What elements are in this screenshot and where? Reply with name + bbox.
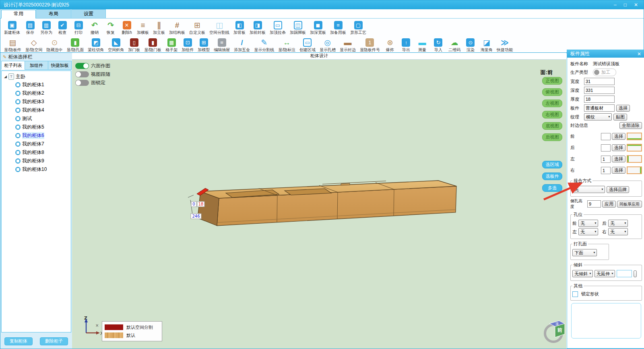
design-viewport[interactable]: 柜体设计 六面作图 视图跟随 面锁定 面:前 正视图 俯视图 左视图 右 (72, 53, 566, 349)
tab-layout[interactable]: 布局 (36, 9, 71, 18)
toolbar-item-add-door[interactable]: ▯加门板 (126, 37, 142, 53)
apply-button[interactable]: 应用 (602, 201, 616, 208)
toolbar-item-import[interactable]: ↻导入 (430, 37, 446, 53)
toolbar-item-add-component[interactable]: ⊡加组件 (180, 37, 196, 53)
apply-thickness-button[interactable]: 同板厚应用 (617, 201, 642, 208)
edge-front-input[interactable] (601, 133, 611, 140)
tilt-value-input[interactable] (617, 270, 632, 277)
toolbar-item-beam-cut[interactable]: ◩梁柱切角 (86, 37, 106, 53)
tree-item[interactable]: 我的柜体5 (2, 123, 71, 131)
tree-root[interactable]: ◢ T 主卧 (2, 73, 71, 81)
toolbar-item-redo[interactable]: ↷恢复 (103, 19, 119, 35)
toolbar-item-add-top-rail[interactable]: ▭加顶拉条 (268, 19, 288, 35)
edge-front-swatch[interactable] (627, 133, 642, 140)
toolbar-item-toggle-board[interactable]: ▤显/隐板件 (2, 37, 23, 53)
toolbar-item-add-structure-board[interactable]: #加结构板 (167, 19, 187, 35)
toolbar-item-add-front-board[interactable]: ◨加前封板 (248, 19, 268, 35)
top-view-button[interactable]: 俯视图 (542, 88, 562, 96)
width-input[interactable] (584, 78, 615, 85)
edge-left-swatch[interactable] (627, 155, 642, 163)
prod-type-toggle[interactable]: 加工 (593, 69, 616, 76)
tilt-extend-select[interactable]: 无延伸 (594, 270, 615, 277)
tree-item[interactable]: 我的柜体9 (2, 157, 71, 165)
toolbar-item-save[interactable]: ▤保存 (22, 19, 38, 35)
toolbar-item-check[interactable]: ✔检查 (54, 19, 70, 35)
toolbar-item-export[interactable]: ↑导出 (398, 37, 414, 53)
toolbar-item-add-kick-board[interactable]: ◫加踢脚板 (288, 19, 308, 35)
toolbar-item-new-cabinet[interactable]: ▣新建柜体 (2, 19, 22, 35)
cabinet-3d-model[interactable]: 0 18 246 (185, 172, 479, 244)
select-brand-button[interactable]: 选择品牌 (607, 186, 629, 193)
toolbar-item-hide-selected[interactable]: ⊙隐藏选中 (45, 37, 65, 53)
tree-item[interactable]: 我的柜体10 (2, 165, 71, 174)
edge-back-swatch[interactable] (627, 144, 642, 152)
maximize-button[interactable]: □ (624, 2, 627, 8)
delete-cabinet-button[interactable]: 删除柜子 (40, 337, 68, 345)
thickness-input[interactable] (584, 96, 615, 103)
toolbar-item-add-model[interactable]: ⊞加模型 (196, 37, 212, 53)
tab-common[interactable]: 常用 (1, 10, 36, 19)
side-hole-input[interactable] (587, 200, 601, 208)
toolbar-item-toggle-dimension[interactable]: ↔显/隐标注 (276, 37, 297, 53)
texture-map-button[interactable]: 贴图 (613, 114, 627, 120)
edge-back-input[interactable] (601, 144, 611, 152)
tab-quick-board[interactable]: 快捷加板 (48, 61, 72, 70)
back-view-button[interactable]: 后视图 (542, 133, 562, 141)
toolbar-item-show-edgeband[interactable]: ▬显示封边 (338, 37, 358, 53)
board-material-input[interactable] (584, 104, 615, 112)
hole-back-select[interactable]: 无 (608, 220, 628, 227)
toolbar-item-render[interactable]: ⊙渲染 (462, 37, 479, 53)
tree-item[interactable]: 我的柜体1 (2, 81, 71, 89)
toolbar-item-corner[interactable]: ◪海棠角 (479, 37, 495, 53)
toolbar-item-add-horizontal-board[interactable]: ≡加横板 (135, 19, 151, 35)
tab-add-component[interactable]: 加组件 (25, 61, 48, 70)
close-button[interactable]: ✕ (634, 2, 638, 8)
tree-item[interactable]: 我的柜体7 (2, 140, 71, 148)
edge-right-select-button[interactable]: 选择 (612, 167, 625, 174)
lock-shape-checkbox[interactable] (572, 291, 578, 297)
toggle-switch-off-icon[interactable] (75, 71, 89, 77)
right-view-button[interactable]: 右视图 (542, 111, 562, 118)
bottom-view-button[interactable]: 底视图 (542, 122, 562, 130)
tree-item[interactable]: 我的柜体2 (2, 89, 71, 98)
toolbar-item-explode[interactable]: ⊗爆炸 (382, 37, 398, 53)
multi-select-button[interactable]: 多选 (542, 184, 562, 192)
depth-input[interactable] (584, 87, 615, 94)
grain-select[interactable]: 横纹 (584, 113, 612, 120)
toolbar-item-custom-board[interactable]: ⊞自定义板 (187, 19, 207, 35)
tilt-type-select[interactable]: 无倾斜 (572, 270, 593, 277)
board-select-button[interactable]: 选择 (616, 105, 630, 112)
toolbar-item-toggle-door[interactable]: ▮显/隐门板 (142, 37, 163, 53)
edge-front-select-button[interactable]: 选择 (612, 133, 625, 140)
toolbar-item-toggle-space[interactable]: ◇显/隐空间 (23, 37, 45, 53)
toggle-switch-on-icon[interactable] (75, 63, 89, 69)
left-view-button[interactable]: 左视图 (542, 100, 562, 107)
orientation-cube[interactable]: 顶 前 (544, 318, 567, 344)
tree-item[interactable]: 我的柜体3 (2, 98, 71, 106)
toolbar-item-delete[interactable]: ✕删除h (119, 19, 135, 35)
toolbar-item-board-number[interactable]: 1显隐板件号 (358, 37, 382, 53)
toggle-switch-off-icon[interactable] (75, 80, 89, 86)
toggle-view-follow[interactable]: 视图跟随 (75, 70, 110, 79)
toolbar-item-create-region[interactable]: ▭创建区域 (297, 37, 318, 53)
toolbar-item-quick-function[interactable]: ≫快捷功能 (495, 37, 515, 53)
toolbar-item-add-hardware[interactable]: /添加五金 (232, 37, 252, 53)
edge-back-select-button[interactable]: 选择 (612, 144, 625, 151)
toolbar-item-grid-rack[interactable]: ▦格子架 (163, 37, 180, 53)
toolbar-item-add-vertical-board[interactable]: ∥加立板 (151, 19, 167, 35)
tilt-extra-button[interactable] (634, 270, 637, 277)
edge-left-input[interactable] (601, 156, 611, 163)
expander-icon[interactable]: ◢ (4, 75, 7, 79)
toolbar-item-show-divider[interactable]: ✎显示分割线 (252, 37, 276, 53)
toggle-face-lock[interactable]: 面锁定 (75, 79, 110, 87)
hole-right-select[interactable]: 无 (608, 228, 628, 235)
join-method-select[interactable]: 无 (572, 186, 605, 193)
notes-box[interactable] (571, 303, 641, 339)
tree-item-selected[interactable]: 我的柜体6 (2, 131, 71, 140)
clear-all-button[interactable]: 全部清除 (619, 122, 642, 129)
front-view-button[interactable]: 正视图 (542, 77, 562, 85)
select-region-button[interactable]: 选区域 (542, 161, 562, 168)
tree-item[interactable]: 我的柜体4 (2, 106, 71, 114)
panel-close-icon[interactable]: ✕ (637, 51, 641, 57)
toolbar-item-undo[interactable]: ↶撤销 (87, 19, 103, 35)
